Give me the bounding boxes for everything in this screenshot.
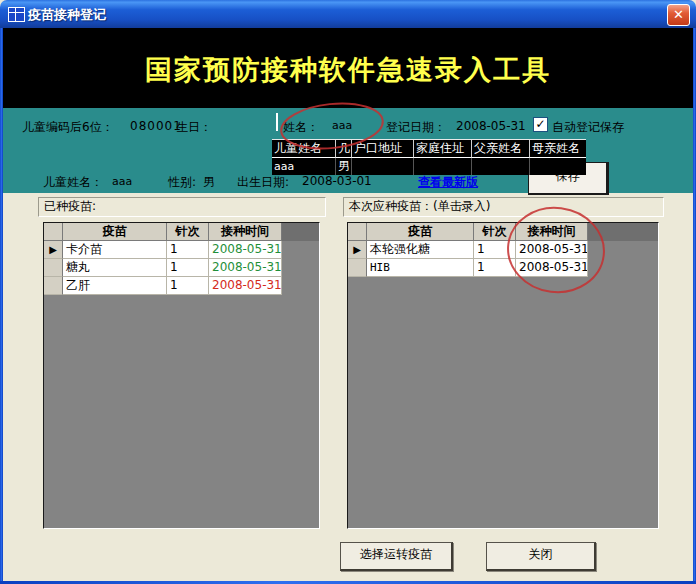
child-name-value: aaa [112,175,132,188]
dropdown-empty-cell [352,158,414,175]
date-cell: 2008-05-31 [209,259,282,277]
selector-header [348,223,367,241]
due-grid[interactable]: 疫苗 针次 接种时间 ▶ 本轮强化糖 1 2008-05-31 HIB 1 20… [347,222,659,529]
vaccinated-group-caption: 已种疫苗: [38,197,326,217]
app-window: 疫苗接种登记 ✕ 国家预防接种软件急速录入工具 儿童编码后6位： 080001 … [0,0,696,584]
latest-version-link[interactable]: 查看最新版 [418,174,478,191]
selector-header [44,223,63,241]
col-dose: 针次 [167,223,209,241]
title-bar[interactable]: 疫苗接种登记 ✕ [0,0,696,28]
date-cell: 2008-05-31 [209,241,282,259]
vaccine-cell: 乙肝 [63,277,167,295]
vaccinated-grid[interactable]: 疫苗 针次 接种时间 ▶ 卡介苗 1 2008-05-31 糖丸 1 2008-… [43,222,320,529]
dose-cell: 1 [167,259,209,277]
gender-label: 性别: [168,174,196,191]
birthday-label: 生日： [176,119,212,136]
date-cell: 2008-05-31 [516,259,588,277]
dob-value: 2008-03-01 [302,174,372,188]
dropdown-header-row: 儿童姓名 几 户口地址 家庭住址 父亲姓名 母亲姓名 [272,140,586,158]
app-icon [8,7,25,22]
window-border-left [0,28,3,584]
reg-date-label: 登记日期： [386,119,446,136]
close-button[interactable]: ✕ [667,4,690,26]
dropdown-empty-cell [472,158,530,175]
name-input[interactable]: aaa [332,119,352,132]
select-transfer-vaccine-button[interactable]: 选择运转疫苗 [340,542,453,571]
table-row[interactable]: ▶ 本轮强化糖 1 2008-05-31 [348,241,658,259]
dropdown-gender-value: 男 [336,158,352,175]
window-title: 疫苗接种登记 [28,6,106,24]
close-form-button[interactable]: 关闭 [486,542,596,571]
vaccine-cell: 本轮强化糖 [367,241,474,259]
table-row[interactable]: 乙肝 1 2008-05-31 [44,277,319,295]
vaccine-cell: HIB [367,259,474,277]
dose-cell: 1 [474,259,516,277]
dropdown-col-child-name: 儿童姓名 [272,140,336,158]
dropdown-empty-cell [414,158,472,175]
due-group-caption: 本次应种疫苗：(单击录入) [343,197,664,217]
date-cell: 2008-05-31 [516,241,588,259]
grid-header-filler [282,223,319,241]
gender-value: 男 [203,174,215,191]
dob-label: 出生日期: [237,174,289,191]
dropdown-col-gender: 几 [336,140,352,158]
dropdown-empty-cell [530,158,586,175]
child-code-value: 080001 [130,119,182,133]
table-row[interactable]: ▶ 卡介苗 1 2008-05-31 [44,241,319,259]
vaccine-cell: 卡介苗 [63,241,167,259]
autosave-checkbox[interactable]: ✓ [533,117,548,132]
row-marker: ▶ [348,241,367,259]
col-date: 接种时间 [209,223,282,241]
dropdown-col-home: 家庭住址 [414,140,472,158]
child-name-label: 儿童姓名： [43,174,103,191]
col-vaccine: 疫苗 [63,223,167,241]
dropdown-col-hukou: 户口地址 [352,140,414,158]
dropdown-col-mother: 母亲姓名 [530,140,586,158]
row-marker [44,259,63,277]
dose-cell: 1 [474,241,516,259]
table-row[interactable]: 糖丸 1 2008-05-31 [44,259,319,277]
row-marker [44,277,63,295]
row-marker [348,259,367,277]
dropdown-name-value: aaa [272,158,336,175]
date-cell: 2008-05-31 [209,277,282,295]
name-label: 姓名： [283,119,319,136]
dose-cell: 1 [167,277,209,295]
dose-cell: 1 [167,241,209,259]
col-vaccine: 疫苗 [367,223,474,241]
name-dropdown[interactable]: 儿童姓名 几 户口地址 家庭住址 父亲姓名 母亲姓名 aaa 男 [272,139,586,175]
table-row[interactable]: HIB 1 2008-05-31 [348,259,658,277]
banner: 国家预防接种软件急速录入工具 [3,28,693,108]
row-marker: ▶ [44,241,63,259]
table-header-row: 疫苗 针次 接种时间 [44,223,319,241]
text-cursor [276,113,278,131]
vaccine-cell: 糖丸 [63,259,167,277]
dropdown-result-row[interactable]: aaa 男 [272,158,586,175]
banner-title: 国家预防接种软件急速录入工具 [3,52,693,88]
checkmark-icon: ✓ [535,117,545,131]
autosave-label: 自动登记保存 [552,119,624,136]
dropdown-col-father: 父亲姓名 [472,140,530,158]
grid-header-filler [588,223,658,241]
col-dose: 针次 [474,223,516,241]
close-icon: ✕ [673,7,684,22]
child-code-label: 儿童编码后6位： [22,119,114,136]
col-date: 接种时间 [516,223,588,241]
reg-date-value: 2008-05-31 [456,119,526,133]
